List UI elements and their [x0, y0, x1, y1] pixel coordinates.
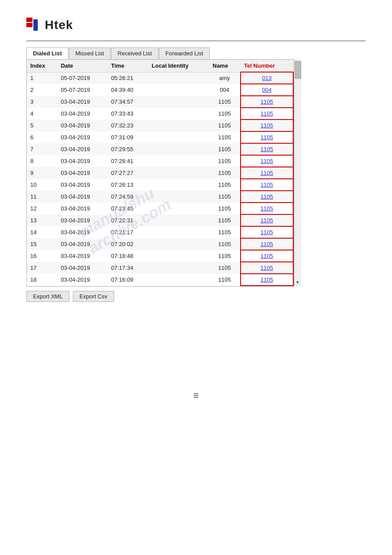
cell-name: 1105	[209, 108, 240, 120]
hamburger-menu-icon[interactable]: ≡	[26, 390, 366, 401]
tel-number-link[interactable]: 1105	[260, 265, 273, 271]
tel-number-link[interactable]: 1105	[260, 134, 273, 141]
cell-index: 16	[27, 250, 57, 262]
svg-rect-0	[26, 18, 32, 22]
cell-index: 12	[27, 203, 57, 214]
tab-received-list[interactable]: Received List	[111, 47, 158, 59]
cell-name: 1105	[209, 120, 240, 131]
button-row: Export XML Export Csv	[26, 291, 366, 302]
cell-tel-number[interactable]: 1105	[241, 226, 293, 238]
cell-date: 03-04-2019	[57, 238, 108, 250]
table-row: 703-04-201907:29:5511051105	[27, 143, 293, 155]
tel-number-link[interactable]: 1105	[260, 193, 273, 200]
cell-local-identity	[148, 262, 209, 274]
cell-tel-number[interactable]: 004	[241, 84, 293, 96]
cell-index: 2	[27, 84, 57, 96]
tel-number-link[interactable]: 1105	[260, 158, 273, 164]
cell-tel-number[interactable]: 1105	[241, 167, 293, 179]
cell-time: 07:29:55	[108, 143, 148, 155]
tel-number-link[interactable]: 1105	[260, 98, 273, 105]
cell-time: 07:20:02	[108, 238, 148, 250]
tab-missed-list[interactable]: Missed List	[69, 47, 111, 59]
tab-forwarded-list[interactable]: Forwarded List	[159, 47, 210, 59]
export-csv-button[interactable]: Export Csv	[73, 291, 114, 302]
cell-date: 03-04-2019	[57, 262, 108, 274]
tel-number-link[interactable]: 1105	[260, 146, 273, 152]
cell-index: 1	[27, 72, 57, 84]
cell-tel-number[interactable]: 1105	[241, 274, 293, 286]
cell-tel-number[interactable]: 1105	[241, 203, 293, 214]
tel-number-link[interactable]: 1105	[260, 241, 273, 247]
call-history-table: Index Date Time Local Identity Name Tel …	[27, 60, 294, 286]
cell-time: 07:22:31	[108, 214, 148, 226]
tel-number-link[interactable]: 004	[262, 87, 272, 93]
table-row: 1003-04-201907:26:1311051105	[27, 179, 293, 191]
col-header-date: Date	[57, 60, 108, 72]
tel-number-link[interactable]: 1105	[260, 276, 273, 283]
table-row: 803-04-201907:28:4111051105	[27, 155, 293, 167]
cell-name: 1105	[209, 238, 240, 250]
tel-number-link[interactable]: 1105	[260, 122, 273, 129]
table-row: 1803-04-201907:16:0911051105	[27, 274, 293, 286]
cell-local-identity	[148, 214, 209, 226]
tel-number-link[interactable]: 1105	[260, 170, 273, 176]
cell-tel-number[interactable]: 1105	[241, 131, 293, 143]
cell-tel-number[interactable]: 1105	[241, 96, 293, 108]
cell-date: 03-04-2019	[57, 226, 108, 238]
table-outer-box: manualshuarchive.com Index Date Time Loc…	[26, 59, 301, 287]
cell-tel-number[interactable]: 1105	[241, 108, 293, 120]
tel-number-link[interactable]: 1105	[260, 181, 273, 188]
cell-date: 03-04-2019	[57, 203, 108, 214]
cell-tel-number[interactable]: 1105	[241, 262, 293, 274]
cell-index: 10	[27, 179, 57, 191]
cell-name: 1105	[209, 250, 240, 262]
cell-tel-number[interactable]: 1105	[241, 143, 293, 155]
table-and-scroll: Index Date Time Local Identity Name Tel …	[26, 59, 301, 287]
cell-date: 03-04-2019	[57, 155, 108, 167]
tel-number-link[interactable]: 1105	[260, 110, 273, 117]
cell-name: amy	[209, 72, 240, 84]
cell-index: 4	[27, 108, 57, 120]
cell-tel-number[interactable]: 1105	[241, 120, 293, 131]
cell-tel-number[interactable]: 1105	[241, 191, 293, 203]
cell-tel-number[interactable]: 1105	[241, 214, 293, 226]
col-header-index: Index	[27, 60, 57, 72]
cell-tel-number[interactable]: 1105	[241, 179, 293, 191]
cell-local-identity	[148, 238, 209, 250]
scroll-down-arrow[interactable]: ▼	[295, 280, 300, 285]
tel-number-link[interactable]: 013	[262, 75, 272, 81]
table-row: 1203-04-201907:23:4511051105	[27, 203, 293, 214]
tel-number-link[interactable]: 1105	[260, 229, 273, 236]
tab-dialed-list[interactable]: Dialed List	[26, 47, 68, 59]
cell-date: 03-04-2019	[57, 250, 108, 262]
export-xml-button[interactable]: Export XML	[26, 291, 69, 302]
cell-name: 1105	[209, 191, 240, 203]
cell-tel-number[interactable]: 1105	[241, 155, 293, 167]
cell-tel-number[interactable]: 013	[241, 72, 293, 84]
logo-divider	[26, 40, 366, 41]
cell-time: 04:39:40	[108, 84, 148, 96]
cell-tel-number[interactable]: 1105	[241, 238, 293, 250]
table-row: 603-04-201907:31:0911051105	[27, 131, 293, 143]
cell-local-identity	[148, 108, 209, 120]
cell-time: 07:26:13	[108, 179, 148, 191]
cell-name: 1105	[209, 262, 240, 274]
cell-index: 8	[27, 155, 57, 167]
cell-date: 03-04-2019	[57, 191, 108, 203]
tel-number-link[interactable]: 1105	[260, 217, 273, 224]
cell-time: 07:27:27	[108, 167, 148, 179]
cell-time: 07:34:57	[108, 96, 148, 108]
tabs: Dialed List Missed List Received List Fo…	[26, 47, 366, 59]
cell-name: 1105	[209, 143, 240, 155]
logo: Htek	[26, 18, 366, 33]
cell-time: 07:28:41	[108, 155, 148, 167]
cell-tel-number[interactable]: 1105	[241, 250, 293, 262]
tel-number-link[interactable]: 1105	[260, 253, 273, 259]
col-header-name: Name	[209, 60, 240, 72]
scrollbar[interactable]: ▼	[294, 59, 301, 287]
scroll-thumb[interactable]	[295, 61, 301, 79]
cell-local-identity	[148, 274, 209, 286]
cell-local-identity	[148, 72, 209, 84]
cell-date: 03-04-2019	[57, 179, 108, 191]
tel-number-link[interactable]: 1105	[260, 205, 273, 212]
